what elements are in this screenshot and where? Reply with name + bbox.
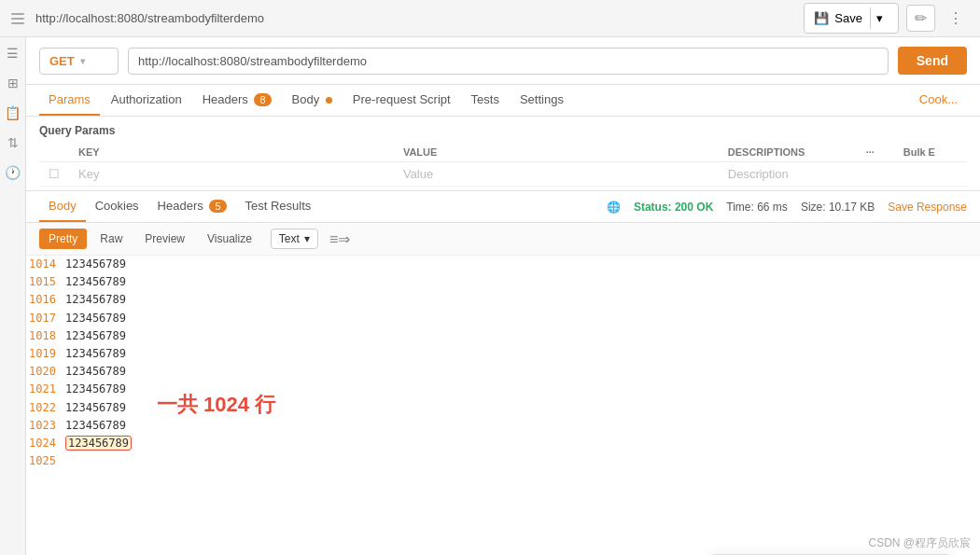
format-raw-button[interactable]: Raw xyxy=(91,229,132,249)
sidebar-icon-grid[interactable]: ⊞ xyxy=(5,75,21,91)
format-visualize-button[interactable]: Visualize xyxy=(198,229,261,249)
tab-headers[interactable]: Headers 8 xyxy=(193,85,281,116)
globe-icon: 🌐 xyxy=(607,201,621,214)
annotation-overlay: 一共 1024 行 xyxy=(138,391,275,419)
main-content: GET ▾ Send Params Authorization Headers … xyxy=(26,37,980,555)
query-params-section: Query Params KEY VALUE DESCRIPTIONS ··· … xyxy=(26,117,980,190)
response-headers-badge: 5 xyxy=(209,200,226,213)
line-value: 123456789 xyxy=(65,291,126,309)
line-value: 123456789 xyxy=(65,381,126,398)
edit-button[interactable]: ✏ xyxy=(906,5,935,32)
line-value: 123456789 xyxy=(65,417,126,435)
th-bulk: Bulk E xyxy=(894,143,967,162)
save-label: Save xyxy=(834,11,862,25)
sidebar-icon-clock[interactable]: 🕐 xyxy=(5,164,21,181)
wrap-icon[interactable]: ≡⇒ xyxy=(329,230,350,248)
response-body[interactable]: 1014123456789101512345678910161234567891… xyxy=(26,256,980,555)
response-status-bar: 🌐 Status: 200 OK Time: 66 ms Size: 10.17… xyxy=(607,201,967,214)
params-table: KEY VALUE DESCRIPTIONS ··· Bulk E ☐ Key … xyxy=(39,143,967,187)
line-number: 1020 xyxy=(26,363,65,381)
line-item: 1017123456789 xyxy=(26,310,980,327)
tab-settings[interactable]: Settings xyxy=(511,85,573,116)
line-number: 1016 xyxy=(26,291,65,309)
response-section: Body Cookies Headers 5 Test Results 🌐 St… xyxy=(26,190,980,555)
response-tab-cookies[interactable]: Cookies xyxy=(86,191,148,222)
table-row: ☐ Key Value Description xyxy=(39,162,967,187)
method-caret-icon: ▾ xyxy=(80,56,85,66)
save-response-button[interactable]: Save Response xyxy=(888,201,967,214)
tab-cookies[interactable]: Cook... xyxy=(910,85,967,116)
tab-tests[interactable]: Tests xyxy=(462,85,509,116)
body-dot-icon xyxy=(326,97,332,104)
request-tabs-bar: Params Authorization Headers 8 Body Pre-… xyxy=(26,85,980,117)
row-key[interactable]: Key xyxy=(69,162,394,187)
request-bar: GET ▾ Send xyxy=(26,37,980,85)
url-input[interactable] xyxy=(128,48,889,75)
row-desc[interactable]: Description xyxy=(719,162,857,187)
line-item: 1020123456789 xyxy=(26,363,980,381)
window-url: http://localhost:8080/streambodyfilterde… xyxy=(35,11,804,25)
line-number: 1023 xyxy=(26,417,65,435)
save-icon: 💾 xyxy=(814,11,829,25)
line-value: 123456789 xyxy=(65,310,126,327)
method-value: GET xyxy=(49,54,75,68)
tab-params[interactable]: Params xyxy=(39,85,100,116)
kebab-menu-button[interactable]: ⋮ xyxy=(943,6,969,31)
line-number: 1018 xyxy=(26,327,65,345)
query-params-title: Query Params xyxy=(39,124,967,137)
row-value[interactable]: Value xyxy=(394,162,719,187)
annotation-text: 一共 1024 行 xyxy=(157,391,275,419)
line-number: 1015 xyxy=(26,273,65,291)
line-item: 1014123456789 xyxy=(26,256,980,273)
tab-prerequest[interactable]: Pre-request Script xyxy=(343,85,460,116)
watermark: CSDN @程序员欣宸 xyxy=(868,535,971,551)
sidebar: ☰ ⊞ 📋 ⇅ 🕐 xyxy=(0,37,26,555)
line-value: 123456789 xyxy=(65,273,126,291)
tab-authorization[interactable]: Authorization xyxy=(102,85,191,116)
save-caret-icon[interactable]: ▾ xyxy=(870,7,889,29)
line-value: 123456789 xyxy=(65,345,126,363)
format-bar: Pretty Raw Preview Visualize Text ▾ ≡⇒ xyxy=(26,223,980,256)
text-type-caret-icon: ▾ xyxy=(304,232,310,245)
line-item: 1018123456789 xyxy=(26,327,980,345)
row-bulk xyxy=(894,162,967,187)
line-item: 1019123456789 xyxy=(26,345,980,363)
line-value: 123456789 xyxy=(65,399,126,417)
th-key: KEY xyxy=(69,143,394,162)
response-tab-body[interactable]: Body xyxy=(39,191,86,222)
save-button[interactable]: 💾 Save ▾ xyxy=(804,3,899,34)
response-time: Time: 66 ms xyxy=(726,201,788,214)
response-size: Size: 10.17 KB xyxy=(801,201,875,214)
row-actions xyxy=(857,162,894,187)
line-value: 123456789 xyxy=(65,435,132,452)
line-item: 1023123456789 xyxy=(26,417,980,435)
top-bar-actions: 💾 Save ▾ ✏ ⋮ xyxy=(804,3,969,34)
line-number: 1017 xyxy=(26,310,65,327)
response-tab-headers[interactable]: Headers 5 xyxy=(148,191,236,222)
response-tabs-bar: Body Cookies Headers 5 Test Results 🌐 St… xyxy=(26,191,980,223)
line-item: 1025 xyxy=(26,452,980,470)
send-button[interactable]: Send xyxy=(898,47,967,75)
line-number: 1025 xyxy=(26,452,65,470)
line-number: 1024 xyxy=(26,435,65,452)
format-pretty-button[interactable]: Pretty xyxy=(39,229,87,249)
sidebar-icon-history[interactable]: 📋 xyxy=(5,104,21,121)
line-number: 1014 xyxy=(26,256,65,273)
line-value: 123456789 xyxy=(65,363,126,381)
sidebar-icon-menu[interactable]: ☰ xyxy=(5,45,21,62)
top-bar: http://localhost:8080/streambodyfilterde… xyxy=(0,0,980,37)
status-badge: Status: 200 OK xyxy=(634,201,713,214)
line-number: 1021 xyxy=(26,381,65,398)
sidebar-icon-exchange[interactable]: ⇅ xyxy=(5,134,21,151)
line-number: 1019 xyxy=(26,345,65,363)
response-tab-test-results[interactable]: Test Results xyxy=(236,191,321,222)
text-type-select[interactable]: Text ▾ xyxy=(271,229,318,249)
menu-icon[interactable] xyxy=(11,13,24,24)
tab-body[interactable]: Body xyxy=(283,85,342,116)
row-check: ☐ xyxy=(39,162,69,187)
th-desc: DESCRIPTIONS xyxy=(719,143,857,162)
format-preview-button[interactable]: Preview xyxy=(135,229,194,249)
method-select[interactable]: GET ▾ xyxy=(39,48,119,75)
text-type-label: Text xyxy=(279,232,300,245)
line-item: 1016123456789 xyxy=(26,291,980,309)
